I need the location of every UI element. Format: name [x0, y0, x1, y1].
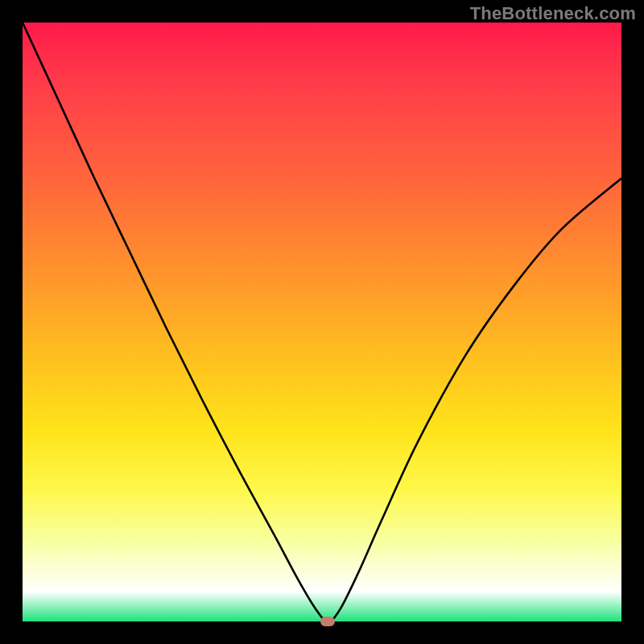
bottleneck-curve — [23, 23, 621, 621]
plot-area — [23, 23, 621, 621]
optimal-point-marker — [320, 617, 335, 626]
watermark-text: TheBottleneck.com — [470, 3, 636, 24]
curve-svg — [23, 23, 621, 621]
chart-frame: TheBottleneck.com — [0, 0, 644, 644]
